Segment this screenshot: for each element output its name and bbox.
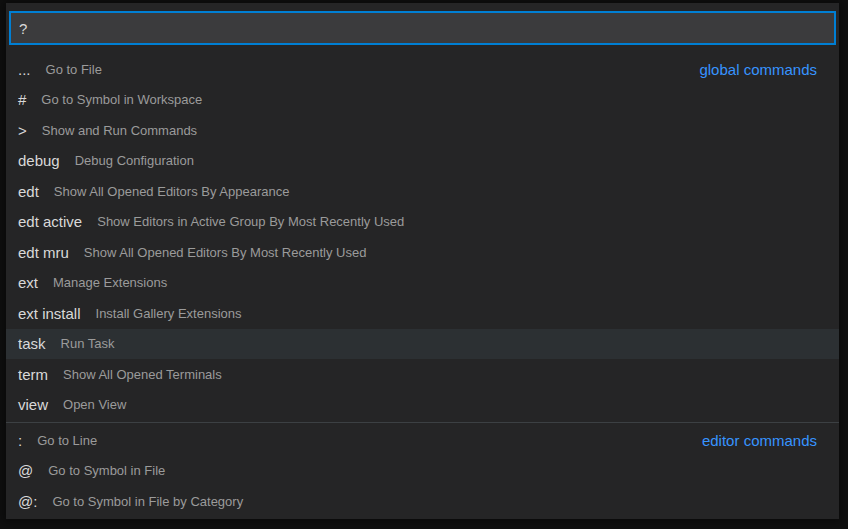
item-prefix-label: view [18, 396, 48, 413]
item-description: Go to Symbol in File [48, 463, 165, 478]
item-prefix-label: ext install [18, 305, 81, 322]
quickpick-item[interactable]: ext install Install Gallery Extensions [6, 298, 839, 329]
item-description: Go to Line [37, 433, 97, 448]
item-prefix-label: ext [18, 274, 38, 291]
item-prefix-label: @ [18, 462, 33, 479]
quick-input-box-container [9, 11, 836, 45]
quickpick-item[interactable]: ... Go to File global commands [6, 54, 839, 85]
quickpick-item[interactable]: @: Go to Symbol in File by Category [6, 486, 839, 517]
quickpick-item[interactable]: edt mru Show All Opened Editors By Most … [6, 237, 839, 268]
item-prefix-label: # [18, 91, 26, 108]
group-separator [6, 422, 839, 423]
editor-background: { "palette": { "outer_bg": "#101010", "w… [0, 0, 848, 529]
quick-input-widget: ... Go to File global commands # Go to S… [6, 3, 839, 519]
quickpick-item[interactable]: @ Go to Symbol in File [6, 456, 839, 487]
item-description: Go to Symbol in Workspace [41, 92, 202, 107]
quickpick-list: ... Go to File global commands # Go to S… [6, 54, 839, 517]
quickpick-item[interactable]: edt active Show Editors in Active Group … [6, 207, 839, 238]
group-label: editor commands [702, 432, 817, 449]
item-description: Run Task [61, 336, 115, 351]
quickpick-item[interactable]: ext Manage Extensions [6, 268, 839, 299]
quickpick-item[interactable]: term Show All Opened Terminals [6, 359, 839, 390]
item-description: Show All Opened Editors By Appearance [54, 184, 290, 199]
item-prefix-label: edt mru [18, 244, 69, 261]
quickpick-item[interactable]: : Go to Line editor commands [6, 425, 839, 456]
item-description: Debug Configuration [75, 153, 194, 168]
item-prefix-label: edt active [18, 213, 82, 230]
item-prefix-label: task [18, 335, 46, 352]
item-prefix-label: @: [18, 493, 37, 510]
quickpick-item[interactable]: view Open View [6, 390, 839, 421]
item-description: Show All Opened Editors By Most Recently… [84, 245, 367, 260]
item-description: Show All Opened Terminals [63, 367, 222, 382]
item-description: Install Gallery Extensions [96, 306, 242, 321]
item-prefix-label: term [18, 366, 48, 383]
item-prefix-label: > [18, 122, 27, 139]
item-description: Open View [63, 397, 126, 412]
item-prefix-label: ... [18, 61, 31, 78]
item-description: Manage Extensions [53, 275, 167, 290]
item-prefix-label: : [18, 432, 22, 449]
item-prefix-label: debug [18, 152, 60, 169]
quick-input-field[interactable] [9, 11, 836, 45]
quickpick-item[interactable]: debug Debug Configuration [6, 146, 839, 177]
quickpick-item[interactable]: > Show and Run Commands [6, 115, 839, 146]
item-description: Go to File [46, 62, 102, 77]
item-description: Show Editors in Active Group By Most Rec… [97, 214, 404, 229]
group-label: global commands [699, 61, 817, 78]
quickpick-item[interactable]: edt Show All Opened Editors By Appearanc… [6, 176, 839, 207]
quickpick-item[interactable]: # Go to Symbol in Workspace [6, 85, 839, 116]
item-prefix-label: edt [18, 183, 39, 200]
item-description: Go to Symbol in File by Category [52, 494, 243, 509]
item-description: Show and Run Commands [42, 123, 197, 138]
quickpick-item[interactable]: task Run Task [6, 329, 839, 360]
